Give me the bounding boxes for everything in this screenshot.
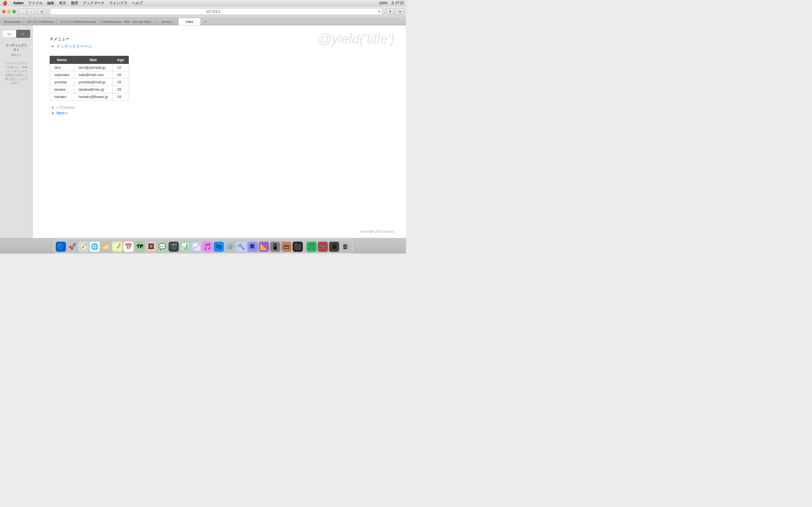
dock-icon-settings[interactable]: ⚙️ — [225, 242, 235, 252]
dock-icon-safari[interactable]: 🧭 — [79, 242, 89, 252]
infinity-icon: ∞ — [22, 32, 24, 36]
tab-label: Index — [186, 20, 193, 23]
tab-rest-create[interactable]: 127.0.0.1:8000/rest/create — [57, 18, 99, 25]
data-table: Name Mail Age tarotaro@yamada.jp12satona… — [50, 56, 129, 101]
sidebar-toggle[interactable]: ⊞ — [38, 8, 46, 15]
dock-icon-notes[interactable]: 📝 — [112, 242, 122, 252]
dock-icon-app2[interactable]: 🎮 — [318, 242, 328, 252]
minimize-button[interactable] — [7, 10, 11, 13]
apple-menu[interactable]: 🍎 — [2, 1, 8, 6]
new-tab-button[interactable]: ⧉ — [396, 8, 404, 15]
sidebar: 📖 ∞ リーディングリスト 項目なし リーディングリストを使うと、Webページや… — [0, 25, 33, 238]
menu-heading: ※メニュー — [50, 37, 389, 42]
dock-icon-imovie[interactable]: 🎬 — [168, 242, 179, 252]
copyright: copyright 2018 tanaka. — [361, 230, 395, 233]
dock-icon-messages[interactable]: 💬 — [157, 242, 167, 252]
table-cell-mail: hanako@flower.jp — [74, 93, 112, 101]
reload-button[interactable]: ↻ — [378, 10, 380, 13]
menubar-time: 土 17:22 — [391, 1, 404, 5]
pagination-previous: « Previous — [56, 105, 389, 110]
table-header-row: Name Mail Age — [50, 56, 129, 64]
page-content: @yield('title') ※メニュー インデックスページ Name Mai… — [33, 25, 406, 238]
traffic-lights — [2, 10, 16, 13]
table-cell-mail: tanaka@meu.jp — [74, 86, 112, 93]
menubar-safari[interactable]: Safari — [13, 1, 23, 5]
dock-icon-xcode[interactable]: 🔨 — [236, 242, 246, 252]
header-age: Age — [112, 56, 129, 64]
menubar-file[interactable]: ファイル — [28, 1, 43, 6]
table-cell-mail: yoshida@mail.jp — [74, 78, 112, 86]
menu-item-index: インデックスページ — [56, 44, 389, 49]
tab-label: 127.0.0.1:8000/rest/create — [60, 20, 96, 23]
close-button[interactable] — [2, 10, 6, 13]
tab-session[interactable]: Session — [156, 18, 178, 25]
dock-icon-chrome[interactable]: 🌐 — [90, 242, 100, 252]
books-icon: 📖 — [7, 32, 11, 36]
table-row: tanakatanaka@meu.jp28 — [50, 86, 129, 93]
menubar-edit[interactable]: 編集 — [47, 1, 54, 6]
table-cell-mail: sato@mail.com — [74, 71, 112, 78]
new-tab-add-button[interactable]: + — [202, 19, 209, 25]
menu-list: インデックスページ — [50, 44, 389, 49]
forward-button[interactable]: › — [27, 8, 35, 15]
dock-icon-xcode2[interactable]: 🛠 — [248, 242, 258, 252]
dock-icon-trash[interactable]: 🗑 — [340, 242, 350, 252]
table-cell-mail: taro@yamada.jp — [74, 64, 112, 71]
reading-list-panel: リーディングリスト 項目なし リーディングリストを使うと、Webページやリンクを… — [2, 41, 30, 87]
url-input[interactable]: 127.0.0.1 — [50, 8, 382, 15]
table-cell-name: satonaka — [50, 71, 74, 78]
dock-icon-finder2[interactable]: 📁 — [101, 242, 111, 252]
dock-icon-app3[interactable]: 🖥 — [329, 242, 339, 252]
dock-icon-itunes[interactable]: 🎵 — [202, 242, 213, 252]
tab-rest[interactable]: 127.0.0.1:8000/rest — [24, 18, 57, 25]
back-button[interactable]: ‹ — [18, 8, 27, 15]
dock-icon-launchpad[interactable]: 🚀 — [67, 242, 77, 252]
table-row: hanakohanako@flower.jp34 — [50, 93, 129, 101]
dock-container: 🔵🚀🧭🌐📁📝📅🗺🖼💬🎬📊📈🎵🛍⚙️🔨🛠📐📱🗃⬛🎵🎮🖥🗑 — [0, 238, 406, 253]
table-row: tarotaro@yamada.jp12 — [50, 64, 129, 71]
url-bar-container: 127.0.0.1 ↻ — [50, 8, 382, 15]
dock-icon-xcode3[interactable]: 📐 — [259, 242, 269, 252]
tabbar: Board.index 127.0.0.1:8000/rest 127.0.0.… — [0, 17, 406, 25]
next-link[interactable]: Next » — [56, 111, 68, 115]
maximize-button[interactable] — [12, 10, 16, 13]
titlebar: ‹ › ⊞ 127.0.0.1 ↻ ⬆ ⧉ — [0, 6, 406, 17]
tab-board-index[interactable]: Board.index — [1, 18, 24, 25]
dock-icon-simulator[interactable]: 📱 — [270, 242, 280, 252]
dock-icon-maps[interactable]: 🗺 — [135, 242, 145, 252]
pagination-next: Next » — [56, 111, 389, 115]
dock-icon-charts[interactable]: 📈 — [191, 242, 201, 252]
share-button[interactable]: ⬆ — [386, 8, 394, 15]
dock-icon-appstore[interactable]: 🛍 — [214, 242, 224, 252]
dock-icon-terminal[interactable]: ⬛ — [293, 242, 303, 252]
reading-list-description: リーディングリストを使うと、Webページやリンクを自動的に保存して後で読むことが… — [4, 61, 28, 85]
dock-icon-photos[interactable]: 🖼 — [146, 242, 156, 252]
menubar-window[interactable]: ウインドウ — [109, 1, 128, 6]
sidebar-tab-infinity[interactable]: ∞ — [16, 30, 31, 38]
tab-label: Fulldiskaccess · Wiki · George Nach... — [101, 20, 153, 23]
menubar-history[interactable]: 履歴 — [71, 1, 78, 6]
index-page-link[interactable]: インデックスページ — [56, 44, 92, 48]
dock-icon-spotify[interactable]: 🎵 — [306, 242, 317, 252]
menubar: 🍎 Safari ファイル 編集 表示 履歴 ブックマーク ウインドウ ヘルプ … — [0, 0, 406, 6]
dock-icon-finder[interactable]: 🔵 — [56, 242, 66, 252]
reading-list-subtitle: 項目なし — [4, 53, 28, 57]
menubar-bookmarks[interactable]: ブックマーク — [83, 1, 105, 6]
header-mail: Mail — [74, 56, 112, 64]
menubar-view[interactable]: 表示 — [59, 1, 66, 6]
tab-fulldiskaccess[interactable]: Fulldiskaccess · Wiki · George Nach... — [99, 18, 156, 25]
tab-index[interactable]: Index — [178, 18, 201, 25]
table-cell-age: 28 — [112, 86, 129, 93]
pagination: « Previous Next » — [50, 105, 389, 115]
table-cell-age: 12 — [112, 64, 129, 71]
table-cell-name: hanako — [50, 93, 74, 101]
sidebar-tab-books[interactable]: 📖 — [2, 30, 16, 38]
reading-list-title: リーディングリスト — [4, 43, 28, 52]
tab-label: Session — [161, 20, 172, 23]
menubar-help[interactable]: ヘルプ — [132, 1, 143, 6]
dock-icon-calendar[interactable]: 📅 — [123, 242, 134, 252]
dock-icon-numbers[interactable]: 📊 — [180, 242, 190, 252]
tab-label: 127.0.0.1:8000/rest — [27, 20, 54, 23]
dock-icon-chests[interactable]: 🗃 — [282, 242, 292, 252]
table-cell-name: yoshida — [50, 78, 74, 86]
